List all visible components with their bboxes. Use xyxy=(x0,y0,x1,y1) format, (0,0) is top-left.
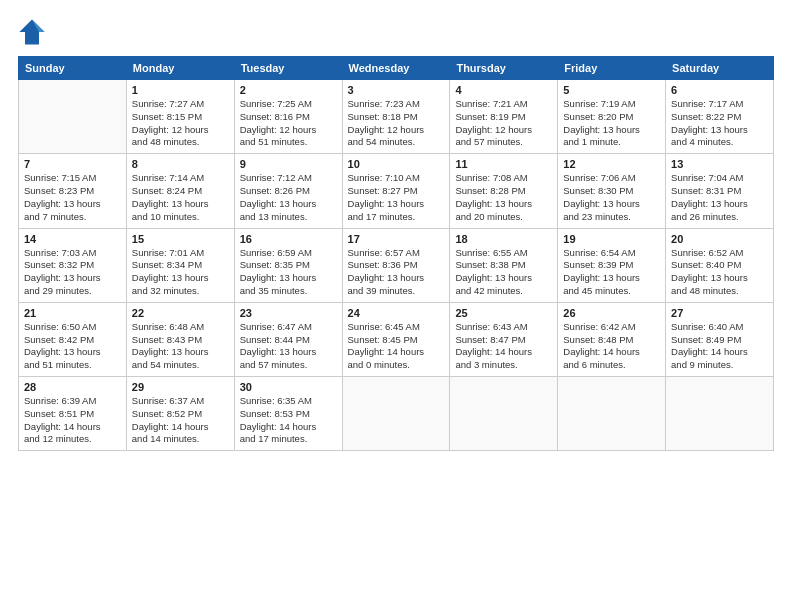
day-info: Sunrise: 7:21 AM Sunset: 8:19 PM Dayligh… xyxy=(455,98,552,149)
calendar-cell: 13Sunrise: 7:04 AM Sunset: 8:31 PM Dayli… xyxy=(666,154,774,228)
calendar-cell: 5Sunrise: 7:19 AM Sunset: 8:20 PM Daylig… xyxy=(558,80,666,154)
day-number: 19 xyxy=(563,233,660,245)
day-number: 5 xyxy=(563,84,660,96)
day-info: Sunrise: 7:03 AM Sunset: 8:32 PM Dayligh… xyxy=(24,247,121,298)
day-number: 10 xyxy=(348,158,445,170)
day-number: 2 xyxy=(240,84,337,96)
day-number: 27 xyxy=(671,307,768,319)
day-number: 26 xyxy=(563,307,660,319)
day-info: Sunrise: 6:55 AM Sunset: 8:38 PM Dayligh… xyxy=(455,247,552,298)
day-number: 21 xyxy=(24,307,121,319)
calendar-week-row: 7Sunrise: 7:15 AM Sunset: 8:23 PM Daylig… xyxy=(19,154,774,228)
calendar-cell: 19Sunrise: 6:54 AM Sunset: 8:39 PM Dayli… xyxy=(558,228,666,302)
day-info: Sunrise: 6:40 AM Sunset: 8:49 PM Dayligh… xyxy=(671,321,768,372)
day-info: Sunrise: 7:04 AM Sunset: 8:31 PM Dayligh… xyxy=(671,172,768,223)
day-number: 4 xyxy=(455,84,552,96)
day-number: 16 xyxy=(240,233,337,245)
page: SundayMondayTuesdayWednesdayThursdayFrid… xyxy=(0,0,792,612)
calendar-cell: 30Sunrise: 6:35 AM Sunset: 8:53 PM Dayli… xyxy=(234,377,342,451)
day-number: 15 xyxy=(132,233,229,245)
day-info: Sunrise: 6:59 AM Sunset: 8:35 PM Dayligh… xyxy=(240,247,337,298)
calendar-cell: 20Sunrise: 6:52 AM Sunset: 8:40 PM Dayli… xyxy=(666,228,774,302)
calendar-day-header: Wednesday xyxy=(342,57,450,80)
day-info: Sunrise: 7:12 AM Sunset: 8:26 PM Dayligh… xyxy=(240,172,337,223)
calendar-cell: 4Sunrise: 7:21 AM Sunset: 8:19 PM Daylig… xyxy=(450,80,558,154)
calendar-cell: 23Sunrise: 6:47 AM Sunset: 8:44 PM Dayli… xyxy=(234,302,342,376)
day-info: Sunrise: 7:27 AM Sunset: 8:15 PM Dayligh… xyxy=(132,98,229,149)
day-info: Sunrise: 6:39 AM Sunset: 8:51 PM Dayligh… xyxy=(24,395,121,446)
day-number: 1 xyxy=(132,84,229,96)
calendar-cell: 6Sunrise: 7:17 AM Sunset: 8:22 PM Daylig… xyxy=(666,80,774,154)
calendar-cell xyxy=(558,377,666,451)
calendar-cell: 9Sunrise: 7:12 AM Sunset: 8:26 PM Daylig… xyxy=(234,154,342,228)
logo-icon xyxy=(18,18,46,46)
calendar-day-header: Monday xyxy=(126,57,234,80)
day-info: Sunrise: 7:08 AM Sunset: 8:28 PM Dayligh… xyxy=(455,172,552,223)
calendar-cell: 2Sunrise: 7:25 AM Sunset: 8:16 PM Daylig… xyxy=(234,80,342,154)
header xyxy=(18,18,774,46)
calendar-cell xyxy=(342,377,450,451)
calendar-cell: 3Sunrise: 7:23 AM Sunset: 8:18 PM Daylig… xyxy=(342,80,450,154)
day-info: Sunrise: 6:47 AM Sunset: 8:44 PM Dayligh… xyxy=(240,321,337,372)
calendar-cell: 12Sunrise: 7:06 AM Sunset: 8:30 PM Dayli… xyxy=(558,154,666,228)
day-info: Sunrise: 6:45 AM Sunset: 8:45 PM Dayligh… xyxy=(348,321,445,372)
day-number: 22 xyxy=(132,307,229,319)
day-number: 8 xyxy=(132,158,229,170)
day-number: 24 xyxy=(348,307,445,319)
day-info: Sunrise: 7:25 AM Sunset: 8:16 PM Dayligh… xyxy=(240,98,337,149)
calendar-cell: 27Sunrise: 6:40 AM Sunset: 8:49 PM Dayli… xyxy=(666,302,774,376)
calendar-cell xyxy=(19,80,127,154)
day-info: Sunrise: 6:57 AM Sunset: 8:36 PM Dayligh… xyxy=(348,247,445,298)
calendar-table: SundayMondayTuesdayWednesdayThursdayFrid… xyxy=(18,56,774,451)
day-info: Sunrise: 7:10 AM Sunset: 8:27 PM Dayligh… xyxy=(348,172,445,223)
calendar-header-row: SundayMondayTuesdayWednesdayThursdayFrid… xyxy=(19,57,774,80)
calendar-cell: 8Sunrise: 7:14 AM Sunset: 8:24 PM Daylig… xyxy=(126,154,234,228)
day-number: 6 xyxy=(671,84,768,96)
day-info: Sunrise: 7:19 AM Sunset: 8:20 PM Dayligh… xyxy=(563,98,660,149)
calendar-day-header: Sunday xyxy=(19,57,127,80)
day-info: Sunrise: 6:35 AM Sunset: 8:53 PM Dayligh… xyxy=(240,395,337,446)
day-info: Sunrise: 7:06 AM Sunset: 8:30 PM Dayligh… xyxy=(563,172,660,223)
calendar-week-row: 21Sunrise: 6:50 AM Sunset: 8:42 PM Dayli… xyxy=(19,302,774,376)
day-number: 18 xyxy=(455,233,552,245)
calendar-cell: 11Sunrise: 7:08 AM Sunset: 8:28 PM Dayli… xyxy=(450,154,558,228)
day-info: Sunrise: 7:15 AM Sunset: 8:23 PM Dayligh… xyxy=(24,172,121,223)
calendar-day-header: Tuesday xyxy=(234,57,342,80)
day-info: Sunrise: 6:54 AM Sunset: 8:39 PM Dayligh… xyxy=(563,247,660,298)
calendar-cell: 10Sunrise: 7:10 AM Sunset: 8:27 PM Dayli… xyxy=(342,154,450,228)
day-info: Sunrise: 6:52 AM Sunset: 8:40 PM Dayligh… xyxy=(671,247,768,298)
day-number: 23 xyxy=(240,307,337,319)
logo xyxy=(18,18,50,46)
calendar-cell xyxy=(666,377,774,451)
day-info: Sunrise: 6:37 AM Sunset: 8:52 PM Dayligh… xyxy=(132,395,229,446)
calendar-week-row: 28Sunrise: 6:39 AM Sunset: 8:51 PM Dayli… xyxy=(19,377,774,451)
day-number: 28 xyxy=(24,381,121,393)
calendar-week-row: 1Sunrise: 7:27 AM Sunset: 8:15 PM Daylig… xyxy=(19,80,774,154)
day-info: Sunrise: 7:17 AM Sunset: 8:22 PM Dayligh… xyxy=(671,98,768,149)
day-number: 11 xyxy=(455,158,552,170)
calendar-cell: 15Sunrise: 7:01 AM Sunset: 8:34 PM Dayli… xyxy=(126,228,234,302)
day-number: 13 xyxy=(671,158,768,170)
calendar-cell: 14Sunrise: 7:03 AM Sunset: 8:32 PM Dayli… xyxy=(19,228,127,302)
calendar-cell: 28Sunrise: 6:39 AM Sunset: 8:51 PM Dayli… xyxy=(19,377,127,451)
day-number: 30 xyxy=(240,381,337,393)
calendar-week-row: 14Sunrise: 7:03 AM Sunset: 8:32 PM Dayli… xyxy=(19,228,774,302)
calendar-day-header: Saturday xyxy=(666,57,774,80)
day-info: Sunrise: 7:14 AM Sunset: 8:24 PM Dayligh… xyxy=(132,172,229,223)
day-number: 17 xyxy=(348,233,445,245)
day-info: Sunrise: 6:42 AM Sunset: 8:48 PM Dayligh… xyxy=(563,321,660,372)
day-number: 25 xyxy=(455,307,552,319)
calendar-day-header: Friday xyxy=(558,57,666,80)
calendar-cell: 25Sunrise: 6:43 AM Sunset: 8:47 PM Dayli… xyxy=(450,302,558,376)
day-number: 20 xyxy=(671,233,768,245)
day-number: 12 xyxy=(563,158,660,170)
day-number: 14 xyxy=(24,233,121,245)
calendar-cell: 1Sunrise: 7:27 AM Sunset: 8:15 PM Daylig… xyxy=(126,80,234,154)
calendar-cell: 21Sunrise: 6:50 AM Sunset: 8:42 PM Dayli… xyxy=(19,302,127,376)
calendar-cell: 18Sunrise: 6:55 AM Sunset: 8:38 PM Dayli… xyxy=(450,228,558,302)
calendar-cell: 26Sunrise: 6:42 AM Sunset: 8:48 PM Dayli… xyxy=(558,302,666,376)
calendar-cell: 17Sunrise: 6:57 AM Sunset: 8:36 PM Dayli… xyxy=(342,228,450,302)
calendar-cell: 22Sunrise: 6:48 AM Sunset: 8:43 PM Dayli… xyxy=(126,302,234,376)
day-info: Sunrise: 7:01 AM Sunset: 8:34 PM Dayligh… xyxy=(132,247,229,298)
calendar-day-header: Thursday xyxy=(450,57,558,80)
